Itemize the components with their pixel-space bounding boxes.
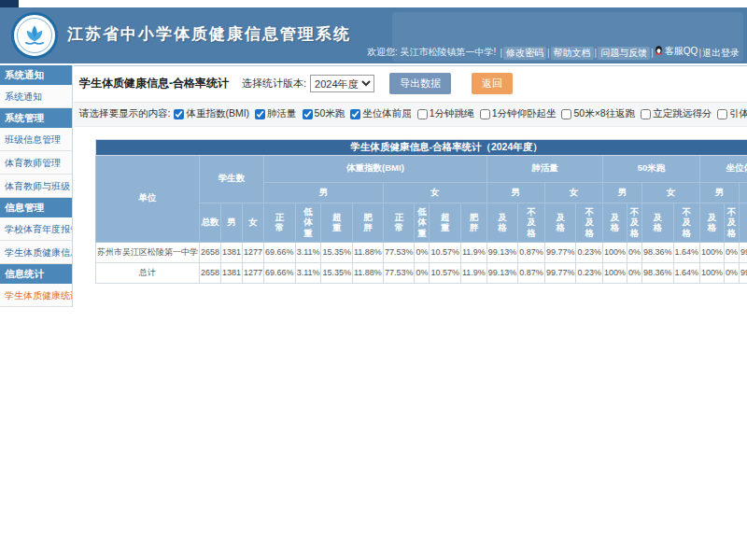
filter-option[interactable]: 坐位体前屈 xyxy=(350,107,412,120)
link-separator: | xyxy=(698,48,701,58)
table-wrap: 学生体质健康信息-合格率统计（2024年度）单位学生数体重指数(BMI)肺活量5… xyxy=(95,139,747,284)
filter-option[interactable]: 引体向上或1分钟仰卧起坐 xyxy=(717,107,747,120)
table-cell: 0% xyxy=(627,242,641,262)
table-cell: 1277 xyxy=(243,262,264,283)
table-header-cell: 女 xyxy=(740,182,747,203)
filter-option[interactable]: 体重指数(BMI) xyxy=(174,107,249,120)
filter-checkbox[interactable] xyxy=(303,109,313,119)
table-cell: 0% xyxy=(725,242,740,262)
table-cell: 98.36% xyxy=(641,242,673,262)
table-header-cell: 低体重 xyxy=(415,203,430,242)
table-header-cell: 肥胖 xyxy=(353,203,384,242)
table-cell: 69.66% xyxy=(264,262,296,283)
vertical-header-text: 超重 xyxy=(441,212,450,233)
table-title-row: 学生体质健康信息-合格率统计（2024年度） xyxy=(96,139,747,155)
filter-option[interactable]: 1分钟跳绳 xyxy=(417,107,474,120)
filter-option[interactable]: 1分钟仰卧起坐 xyxy=(480,107,557,120)
table-header-cell: 正常 xyxy=(264,203,296,242)
sidebar-item[interactable]: 体育教师管理 xyxy=(0,151,72,175)
table-row: 总计26581381127769.66%3.11%15.35%11.88%77.… xyxy=(96,262,747,283)
welcome-text: 欢迎您: 吴江市松陵镇第一中学! xyxy=(367,46,496,59)
table-cell: 99.13% xyxy=(486,262,518,283)
back-button[interactable]: 返回 xyxy=(472,73,513,94)
sidebar-section-header: 系统管理 xyxy=(0,108,72,128)
vertical-header-text: 肥胖 xyxy=(363,212,373,233)
vertical-header-text: 低体重 xyxy=(417,206,427,238)
filter-checkbox[interactable] xyxy=(717,109,727,119)
table-cell: 99.92% xyxy=(740,262,747,283)
table-header-cell: 及格 xyxy=(740,203,747,242)
table-cell: 10.57% xyxy=(430,242,461,262)
version-select[interactable]: 2024年度 xyxy=(310,75,374,92)
filter-checkbox[interactable] xyxy=(480,109,490,119)
link-separator: | xyxy=(595,48,598,58)
sidebar-item[interactable]: 体育教师与班级 xyxy=(0,175,72,198)
vertical-header-text: 及格 xyxy=(611,212,620,233)
filter-option[interactable]: 50米×8往返跑 xyxy=(561,107,635,120)
table-header-cell: 总数 xyxy=(200,203,221,242)
table-cell: 1381 xyxy=(221,262,243,283)
vertical-header-text: 及格 xyxy=(654,212,663,233)
version-label: 选择统计版本: xyxy=(242,77,306,91)
table-title: 学生体质健康信息-合格率统计（2024年度） xyxy=(96,139,747,155)
sidebar-item[interactable]: 学校体育年度报告 xyxy=(0,217,72,241)
filter-intro-label: 请选择要显示的内容: xyxy=(79,107,170,120)
sidebar-section-header: 系统通知 xyxy=(0,65,72,85)
table-header-cell: 及格 xyxy=(700,203,725,242)
corner-tab xyxy=(0,0,19,7)
welcome-bar: 欢迎您: 吴江市松陵镇第一中学! |修改密码|帮助文档|问题与反馈|客服QQ|退… xyxy=(367,45,740,61)
table-header-cell: 体重指数(BMI) xyxy=(264,155,487,182)
topbar-link[interactable]: 问题与反馈 xyxy=(598,47,650,60)
topbar-link[interactable]: 修改密码 xyxy=(503,47,546,60)
table-cell: 15.35% xyxy=(321,242,353,262)
link-separator: | xyxy=(547,48,550,58)
app-header: 江苏省中小学体质健康信息管理系统 欢迎您: 吴江市松陵镇第一中学! |修改密码|… xyxy=(0,7,747,63)
sidebar-item[interactable]: 班级信息管理 xyxy=(0,128,72,151)
vertical-header-text: 及格 xyxy=(556,212,565,233)
vertical-header-text: 正常 xyxy=(275,212,285,233)
filter-checkbox[interactable] xyxy=(350,109,360,119)
vertical-header-text: 不及格 xyxy=(683,206,692,238)
filter-option[interactable]: 50米跑 xyxy=(303,107,345,120)
vertical-header-text: 超重 xyxy=(332,212,342,233)
table-cell: 100% xyxy=(602,262,627,283)
topbar-links: |修改密码|帮助文档|问题与反馈|客服QQ|退出登录 xyxy=(499,45,740,61)
toolbar: 学生体质健康信息-合格率统计 选择统计版本: 2024年度 导出数据 返回 xyxy=(74,66,747,103)
sidebar-item[interactable]: 学生体质健康信息 xyxy=(0,241,72,264)
filter-option-label: 50米跑 xyxy=(315,107,345,120)
topbar-link[interactable]: 退出登录 xyxy=(702,47,740,60)
table-cell: 总计 xyxy=(96,262,200,283)
sidebar-item[interactable]: 学生体质健康统计 xyxy=(0,284,72,307)
vertical-header-text: 低体重 xyxy=(303,206,313,238)
table-header-cell: 不及格 xyxy=(673,203,700,242)
sidebar-item[interactable]: 系统通知 xyxy=(0,85,72,108)
table-header-cell: 男 xyxy=(221,203,243,242)
export-data-button[interactable]: 导出数据 xyxy=(389,73,451,94)
table-cell: 0.87% xyxy=(518,262,545,283)
filter-checkbox[interactable] xyxy=(561,109,571,119)
table-header-cell: 正常 xyxy=(383,203,415,242)
filter-option-label: 立定跳远得分 xyxy=(653,107,712,120)
topbar-link[interactable]: 客服QQ xyxy=(655,45,698,58)
filter-option[interactable]: 立定跳远得分 xyxy=(641,107,712,120)
filter-option-label: 引体向上或1分钟仰卧起坐 xyxy=(729,107,747,120)
filter-checkbox[interactable] xyxy=(641,109,651,119)
table-cell: 0.23% xyxy=(576,262,603,283)
filter-checkbox[interactable] xyxy=(417,109,428,119)
table-header-cell: 女 xyxy=(641,182,699,203)
filter-checkbox[interactable] xyxy=(174,109,184,119)
table-header-cell: 及格 xyxy=(544,203,576,242)
table-cell: 0% xyxy=(415,242,430,262)
topbar-link-label: 问题与反馈 xyxy=(600,47,647,60)
filter-checkbox[interactable] xyxy=(255,109,265,119)
link-separator: | xyxy=(500,48,502,58)
topbar-link[interactable]: 帮助文档 xyxy=(551,47,594,60)
table-cell: 1.64% xyxy=(673,242,700,262)
table-cell: 0% xyxy=(725,262,740,283)
table-header-cell: 肥胖 xyxy=(460,203,486,242)
table-cell: 10.57% xyxy=(430,262,461,283)
filter-option[interactable]: 肺活量 xyxy=(255,107,297,120)
table-cell: 1.64% xyxy=(673,262,700,283)
app-logo-icon xyxy=(11,12,58,59)
table-cell: 99.92% xyxy=(740,242,747,262)
